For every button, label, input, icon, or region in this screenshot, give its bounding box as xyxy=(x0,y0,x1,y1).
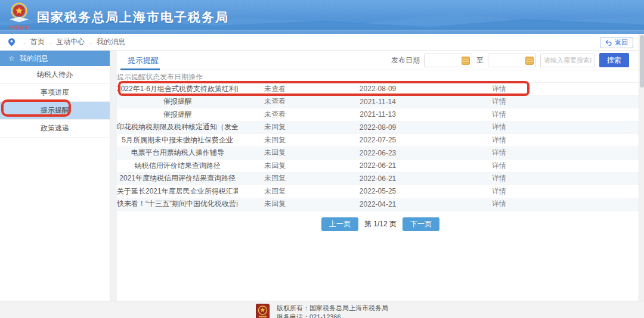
row-title: 电票平台用票纳税人操作辅导 xyxy=(117,148,238,158)
table-row[interactable]: 电票平台用票纳税人操作辅导 未回复 2022-06-23 详情 xyxy=(117,147,644,160)
row-title: 关于延长2021年度居民企业所得税汇算清缴... xyxy=(117,186,238,197)
row-title: 催报提醒 xyxy=(117,96,238,107)
row-status: 未回复 xyxy=(238,148,312,158)
table-header: 提示提醒 状态 发布日期 操作 xyxy=(117,71,644,83)
row-detail-link[interactable]: 详情 xyxy=(444,110,555,120)
row-status: 未回复 xyxy=(238,122,312,132)
table-row[interactable]: 催报提醒 未查看 2021-11-14 详情 xyxy=(117,96,644,109)
row-date: 2022-06-21 xyxy=(312,161,444,170)
row-title: 纳税信用评价结果查询路径 xyxy=(117,161,238,171)
row-title: 印花税纳税期限及税种核定通知（发全体纳... xyxy=(117,122,238,132)
app-header: 中国税务 国家税务总局上海市电子税务局 xyxy=(0,0,644,34)
table-column-header: 状态 xyxy=(145,72,160,82)
row-detail-link[interactable]: 详情 xyxy=(444,84,555,94)
table-body: 2022年1-6月组合式税费支持政策红利账单 未查看 2022-08-09 详情… xyxy=(117,83,644,211)
breadcrumb: - 首页 - 互动中心 - 我的消息 返回 xyxy=(0,34,644,51)
page-title: 国家税务总局上海市电子税务局 xyxy=(37,9,229,26)
sidebar: ☆ 我的消息 纳税人待办 事项进度 提示提醒 xyxy=(0,51,110,301)
copyright-text: 版权所有：国家税务总局上海市税务局 xyxy=(277,304,388,313)
filter-bar: 发布日期 至 搜索 xyxy=(391,53,629,67)
row-date: 2022-05-25 xyxy=(312,187,444,195)
date-from-field[interactable] xyxy=(424,54,472,67)
breadcrumb-separator: - xyxy=(23,39,26,46)
table-row[interactable]: 5月所属期未申报未缴纳社保费企业 未回复 2022-07-25 详情 xyxy=(117,134,644,147)
next-page-button[interactable]: 下一页 xyxy=(402,217,439,231)
row-date: 2022-06-23 xyxy=(312,149,444,157)
location-pin-icon xyxy=(8,38,15,46)
sidebar-item[interactable]: 纳税人待办 xyxy=(0,66,110,84)
sidebar-item[interactable]: 提示提醒 xyxy=(0,102,110,120)
row-detail-link[interactable]: 详情 xyxy=(444,96,555,107)
row-status: 未回复 xyxy=(238,186,312,197)
search-button[interactable]: 搜索 xyxy=(599,53,629,67)
prev-page-button[interactable]: 上一页 xyxy=(321,217,358,231)
vertical-scrollbar[interactable] xyxy=(639,34,644,318)
row-title: 催报提醒 xyxy=(117,110,238,120)
row-date: 2022-06-21 xyxy=(312,174,444,183)
row-status: 未回复 xyxy=(238,135,312,145)
app-window: 中国税务 国家税务总局上海市电子税务局 - 首页 - 互动中心 - xyxy=(0,0,644,318)
row-date: 2022-07-25 xyxy=(312,136,444,144)
back-button-label: 返回 xyxy=(615,38,628,47)
sidebar-header: ☆ 我的消息 xyxy=(0,51,110,66)
row-detail-link[interactable]: 详情 xyxy=(444,148,555,158)
row-status: 未回复 xyxy=(238,173,312,183)
breadcrumb-item: - 互动中心 xyxy=(45,37,85,47)
table-row[interactable]: 快来看！“十三五”期间中国优化税收营商... 未回复 2022-04-21 详情 xyxy=(117,198,644,211)
date-from-input[interactable] xyxy=(425,54,460,67)
calendar-icon[interactable] xyxy=(525,57,534,65)
sidebar-item[interactable]: 政策速递 xyxy=(0,120,110,138)
breadcrumb-items: - 首页 - 互动中心 - 我的消息 xyxy=(18,37,125,47)
sidebar-header-label: 我的消息 xyxy=(20,54,48,64)
service-phone-text: 服务电话：021-12366 xyxy=(277,313,388,318)
table-row[interactable]: 关于延长2021年度居民企业所得税汇算清缴... 未回复 2022-05-25 … xyxy=(117,185,644,198)
header-bottom-strip xyxy=(0,30,644,34)
footer-emblem-icon xyxy=(256,304,270,318)
table-row[interactable]: 2021年度纳税信用评价结果查询路径 未回复 2022-06-21 详情 xyxy=(117,173,644,186)
sidebar-item[interactable]: 事项进度 xyxy=(0,84,110,102)
table-row[interactable]: 纳税信用评价结果查询路径 未回复 2022-06-21 详情 xyxy=(117,160,644,173)
row-date: 2021-11-14 xyxy=(312,98,444,106)
row-date: 2022-08-09 xyxy=(312,123,444,132)
row-status: 未查看 xyxy=(238,84,312,94)
breadcrumb-separator: - xyxy=(89,39,92,46)
sidebar-item-label: 提示提醒 xyxy=(41,105,69,116)
footer-text: 版权所有：国家税务总局上海市税务局 服务电话：021-12366 xyxy=(277,304,388,318)
table-row[interactable]: 催报提醒 未查看 2021-11-13 详情 xyxy=(117,108,644,121)
row-detail-link[interactable]: 详情 xyxy=(444,199,555,209)
row-status: 未回复 xyxy=(238,199,312,209)
breadcrumb-separator: - xyxy=(49,39,52,46)
row-detail-link[interactable]: 详情 xyxy=(444,135,555,145)
date-to-field[interactable] xyxy=(488,54,536,67)
tab-tishitixing[interactable]: 提示提醒 xyxy=(128,55,159,66)
breadcrumb-link[interactable]: 互动中心 xyxy=(56,37,85,47)
row-date: 2021-11-13 xyxy=(312,110,444,119)
back-button[interactable]: 返回 xyxy=(600,37,633,48)
table-row[interactable]: 印花税纳税期限及税种核定通知（发全体纳... 未回复 2022-08-09 详情 xyxy=(117,121,644,135)
row-detail-link[interactable]: 详情 xyxy=(444,186,555,197)
logo-caption: 中国税务 xyxy=(5,24,33,31)
row-date: 2022-04-21 xyxy=(312,200,444,208)
row-detail-link[interactable]: 详情 xyxy=(444,122,555,132)
breadcrumb-link[interactable]: 我的消息 xyxy=(97,37,125,47)
tab-active-underline xyxy=(120,68,160,70)
row-detail-link[interactable]: 详情 xyxy=(444,173,555,183)
table-column-header: 操作 xyxy=(188,72,203,82)
row-detail-link[interactable]: 详情 xyxy=(444,161,555,171)
row-status: 未查看 xyxy=(238,110,312,120)
return-arrow-icon xyxy=(605,40,612,46)
scrollbar-thumb[interactable] xyxy=(640,35,644,88)
sidebar-item-label: 纳税人待办 xyxy=(37,70,73,80)
page-info: 第 1/12 页 xyxy=(364,219,397,229)
breadcrumb-link[interactable]: 首页 xyxy=(30,37,45,47)
row-date: 2022-08-09 xyxy=(312,85,444,93)
calendar-icon[interactable] xyxy=(462,57,470,65)
row-title: 5月所属期未申报未缴纳社保费企业 xyxy=(117,135,238,145)
star-icon: ☆ xyxy=(8,54,15,63)
tax-bureau-emblem-logo xyxy=(6,2,32,24)
content-area: ☆ 我的消息 纳税人待办 事项进度 提示提醒 xyxy=(0,51,644,301)
table-row[interactable]: 2022年1-6月组合式税费支持政策红利账单 未查看 2022-08-09 详情 xyxy=(117,83,644,96)
page-footer: 版权所有：国家税务总局上海市税务局 服务电话：021-12366 xyxy=(0,301,644,318)
search-input[interactable] xyxy=(540,54,595,67)
date-to-input[interactable] xyxy=(488,54,524,67)
